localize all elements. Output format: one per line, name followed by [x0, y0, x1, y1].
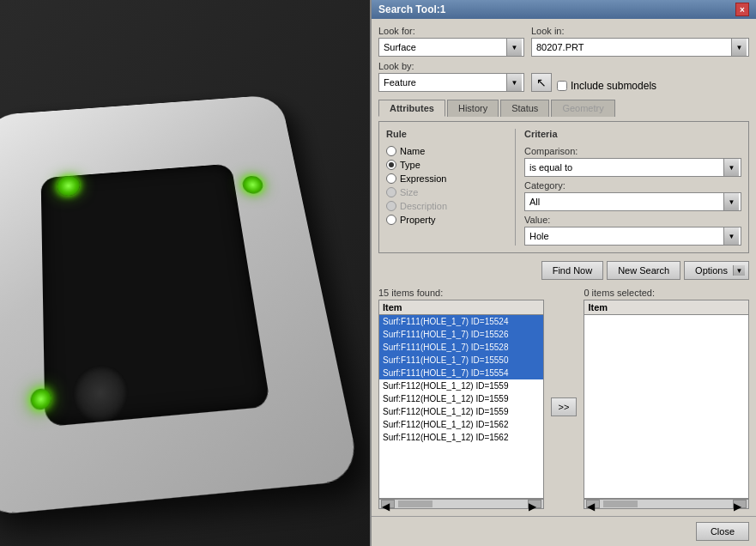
category-label: Category: [524, 180, 741, 191]
include-submodels-label: Include submodels [571, 80, 656, 92]
left-scrollbar-h[interactable]: ◀ ▶ [378, 499, 544, 509]
criteria-section-title: Criteria [524, 129, 741, 139]
look-by-select[interactable]: Feature ▼ [378, 73, 524, 92]
look-for-label: Look for: [378, 26, 524, 36]
rule-name-radio[interactable] [386, 146, 396, 156]
form-row-look: Look for: Surface ▼ Look in: 80207.PRT ▼ [378, 26, 749, 57]
right-results-panel: 0 items selected: Item ◀ ▶ [584, 288, 749, 509]
found-count-label: 15 items found: [378, 288, 544, 298]
cursor-button[interactable]: ↖ [531, 73, 552, 92]
search-tool-dialog: Search Tool:1 × Look for: Surface ▼ Look… [370, 0, 756, 546]
right-list-body[interactable] [584, 315, 748, 452]
options-label: Options [695, 265, 728, 276]
rule-section-title: Rule [386, 129, 506, 139]
comparison-group: Comparison: is equal to ▼ [524, 146, 741, 177]
look-for-arrow[interactable]: ▼ [506, 39, 522, 56]
category-group: Category: All ▼ [524, 180, 741, 211]
rule-size-label: Size [400, 187, 418, 197]
category-arrow[interactable]: ▼ [723, 193, 739, 210]
right-results-list: Item [584, 300, 749, 499]
list-item[interactable]: Surf:F112(HOLE_1_12) ID=1562 [379, 431, 543, 444]
look-by-label: Look by: [378, 61, 524, 71]
include-submodels-checkbox[interactable] [557, 81, 567, 91]
rule-property-radio[interactable] [386, 215, 396, 225]
list-item[interactable]: Surf:F111(HOLE_1_7) ID=15550 [379, 354, 543, 367]
options-arrow[interactable]: ▼ [733, 265, 745, 276]
dialog-body: Look for: Surface ▼ Look in: 80207.PRT ▼ [372, 19, 756, 516]
rule-size-row: Size [386, 187, 506, 197]
value-value: Hole [527, 231, 723, 241]
tab-content-attributes: Rule Name Type Expression Size [378, 121, 749, 253]
new-search-button[interactable]: New Search [607, 261, 680, 280]
list-item[interactable]: Surf:F111(HOLE_1_7) ID=15526 [379, 328, 543, 341]
right-scrollbar-h[interactable]: ◀ ▶ [584, 499, 749, 509]
comparison-select[interactable]: is equal to ▼ [524, 158, 741, 177]
value-select[interactable]: Hole ▼ [524, 227, 741, 246]
rule-property-row: Property [386, 215, 506, 225]
look-for-group: Look for: Surface ▼ [378, 26, 524, 57]
dialog-titlebar: Search Tool:1 × [372, 0, 756, 19]
right-scrollbar-thumb[interactable] [603, 500, 638, 507]
dialog-footer: Close [372, 516, 756, 546]
section-divider [515, 129, 516, 246]
look-by-value: Feature [381, 77, 506, 88]
tab-status[interactable]: Status [500, 100, 549, 117]
left-scrollbar-thumb[interactable] [398, 500, 432, 507]
scroll-right-btn-right[interactable]: ▶ [733, 500, 747, 508]
tabs-bar: Attributes History Status Geometry [378, 100, 749, 117]
action-buttons: Find Now New Search Options ▼ [378, 261, 749, 280]
left-results-list: Item Surf:F111(HOLE_1_7) ID=15524Surf:F1… [378, 300, 544, 499]
tab-attributes[interactable]: Attributes [378, 100, 445, 117]
options-button[interactable]: Options ▼ [684, 261, 749, 280]
rule-description-label: Description [400, 201, 447, 211]
part-body [0, 94, 361, 517]
comparison-value: is equal to [527, 162, 723, 173]
category-select[interactable]: All ▼ [524, 192, 741, 211]
list-item[interactable]: Surf:F111(HOLE_1_7) ID=15524 [379, 315, 543, 328]
comparison-arrow[interactable]: ▼ [723, 159, 739, 176]
scroll-left-btn[interactable]: ◀ [381, 500, 395, 508]
scroll-left-btn-right[interactable]: ◀ [586, 500, 600, 508]
cad-part [0, 26, 378, 507]
close-button[interactable]: Close [696, 522, 749, 541]
rule-type-label: Type [400, 160, 420, 170]
scroll-right-btn[interactable]: ▶ [528, 500, 541, 508]
include-submodels-row: Include submodels [557, 80, 656, 92]
rule-name-row: Name [386, 146, 506, 156]
tab-geometry: Geometry [551, 100, 614, 117]
look-by-group: Look by: Feature ▼ [378, 61, 524, 92]
tab-history[interactable]: History [447, 100, 499, 117]
find-now-button[interactable]: Find Now [541, 261, 603, 280]
left-results-panel: 15 items found: Item Surf:F111(HOLE_1_7)… [378, 288, 544, 509]
rule-property-label: Property [400, 215, 436, 225]
list-item[interactable]: Surf:F112(HOLE_1_12) ID=1559 [379, 392, 543, 405]
dialog-close-button[interactable]: × [735, 3, 749, 16]
transfer-button[interactable]: >> [551, 397, 578, 416]
look-in-value: 80207.PRT [534, 42, 731, 52]
look-by-arrow[interactable]: ▼ [506, 74, 522, 91]
left-list-body[interactable]: Surf:F111(HOLE_1_7) ID=15524Surf:F111(HO… [379, 315, 543, 452]
list-item[interactable]: Surf:F112(HOLE_1_12) ID=1559 [379, 405, 543, 418]
cad-viewport [0, 0, 378, 546]
list-item[interactable]: Surf:F112(HOLE_1_12) ID=1559 [379, 379, 543, 392]
look-in-arrow[interactable]: ▼ [731, 39, 747, 56]
look-for-value: Surface [381, 42, 506, 52]
criteria-section: Criteria Comparison: is equal to ▼ Categ… [524, 129, 741, 246]
look-for-select[interactable]: Surface ▼ [378, 38, 524, 57]
rule-expression-radio[interactable] [386, 173, 396, 184]
rule-type-radio[interactable] [386, 160, 396, 170]
look-in-select[interactable]: 80207.PRT ▼ [531, 38, 749, 57]
comparison-label: Comparison: [524, 146, 741, 156]
right-list-header: Item [584, 300, 748, 315]
form-row-lookby: Look by: Feature ▼ ↖ Include submodels [378, 61, 749, 92]
look-in-label: Look in: [531, 26, 749, 36]
value-group: Value: Hole ▼ [524, 215, 741, 246]
category-value: All [527, 197, 723, 207]
results-area: 15 items found: Item Surf:F111(HOLE_1_7)… [378, 288, 749, 509]
list-item[interactable]: Surf:F112(HOLE_1_12) ID=1562 [379, 418, 543, 431]
list-item[interactable]: Surf:F111(HOLE_1_7) ID=15528 [379, 341, 543, 354]
rule-section: Rule Name Type Expression Size [386, 129, 506, 246]
selected-count-label: 0 items selected: [584, 288, 749, 298]
list-item[interactable]: Surf:F111(HOLE_1_7) ID=15554 [379, 367, 543, 379]
value-arrow[interactable]: ▼ [723, 228, 739, 245]
